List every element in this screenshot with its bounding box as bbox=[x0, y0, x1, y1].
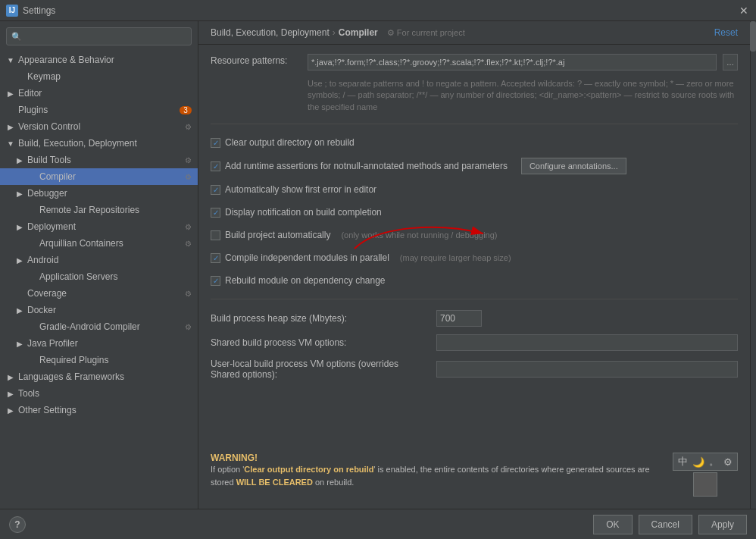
sidebar-item-app-servers[interactable]: Application Servers bbox=[0, 268, 198, 285]
sidebar-item-build-tools[interactable]: ▶ Build Tools ⚙ bbox=[0, 152, 198, 168]
settings-window: IJ Settings ✕ 🔍 ▼ Appearance & Behavior … bbox=[0, 0, 756, 539]
compile-parallel-checkbox[interactable] bbox=[211, 253, 220, 263]
settings-content: Resource patterns: … Use ; to separate p… bbox=[198, 45, 750, 509]
breadcrumb-project-label: ⚙ For current project bbox=[387, 28, 465, 38]
compile-parallel-label: Compile independent modules in parallel bbox=[225, 252, 389, 263]
show-first-error-checkbox[interactable] bbox=[211, 185, 220, 195]
sidebar-item-debugger[interactable]: ▶ Debugger bbox=[0, 185, 198, 202]
resource-patterns-input[interactable] bbox=[308, 54, 717, 71]
sidebar-item-tools[interactable]: ▶ Tools bbox=[0, 385, 198, 402]
expand-arrow-icon: ▶ bbox=[15, 189, 24, 198]
sidebar: 🔍 ▼ Appearance & Behavior Keymap ▶ Edito… bbox=[0, 21, 198, 509]
ime-settings-icon[interactable]: ⚙ bbox=[723, 456, 733, 468]
sidebar-item-label: Remote Jar Repositories bbox=[39, 205, 139, 215]
config-icon: ⚙ bbox=[185, 123, 192, 131]
configure-annotations-button[interactable]: Configure annotations... bbox=[521, 158, 626, 174]
sidebar-item-languages[interactable]: ▶ Languages & Frameworks bbox=[0, 368, 198, 385]
sidebar-item-label: Deployment bbox=[27, 221, 76, 232]
sidebar-item-label: Plugins bbox=[18, 105, 48, 115]
expand-arrow-icon: ▶ bbox=[6, 89, 15, 98]
ime-chinese-icon[interactable]: 中 bbox=[678, 455, 688, 468]
user-vm-input[interactable] bbox=[436, 361, 738, 378]
config-icon: ⚙ bbox=[185, 156, 192, 165]
sidebar-item-label: Editor bbox=[18, 88, 42, 99]
sidebar-item-label: Compiler bbox=[39, 171, 76, 182]
reset-button[interactable]: Reset bbox=[714, 27, 738, 38]
checkbox-compile-parallel: Compile independent modules in parallel … bbox=[211, 250, 738, 265]
warning-body: If option 'Clear output directory on reb… bbox=[211, 463, 661, 488]
config-icon: ⚙ bbox=[185, 173, 192, 181]
expand-arrow-icon: ▶ bbox=[15, 339, 24, 348]
help-button[interactable]: ? bbox=[9, 516, 26, 533]
sidebar-item-deployment[interactable]: ▶ Deployment ⚙ bbox=[0, 218, 198, 235]
separator bbox=[211, 124, 738, 124]
ok-button[interactable]: OK bbox=[593, 515, 632, 534]
cancel-button[interactable]: Cancel bbox=[639, 515, 692, 534]
sidebar-item-keymap[interactable]: Keymap bbox=[0, 68, 198, 85]
sidebar-item-label: Languages & Frameworks bbox=[18, 371, 124, 382]
breadcrumb-path: Build, Execution, Deployment bbox=[211, 27, 330, 38]
display-notification-checkbox[interactable] bbox=[211, 208, 220, 218]
heap-size-row: Build process heap size (Mbytes): bbox=[211, 310, 738, 327]
warning-box: WARNING! If option 'Clear output directo… bbox=[211, 447, 738, 500]
warning-title: WARNING! bbox=[211, 453, 661, 463]
sidebar-item-java-profiler[interactable]: ▶ Java Profiler bbox=[0, 335, 198, 352]
sidebar-item-label: Gradle-Android Compiler bbox=[39, 321, 140, 332]
ime-moon-icon[interactable]: 🌙 bbox=[692, 456, 704, 468]
user-vm-label: User-local build process VM options (ove… bbox=[211, 359, 430, 380]
runtime-assertions-checkbox[interactable] bbox=[211, 161, 220, 171]
sidebar-item-label: Tools bbox=[18, 388, 39, 399]
sidebar-item-label: Coverage bbox=[27, 288, 67, 299]
sidebar-item-build-exec[interactable]: ▼ Build, Execution, Deployment bbox=[0, 135, 198, 152]
apply-button[interactable]: Apply bbox=[698, 515, 747, 534]
warning-text: WARNING! If option 'Clear output directo… bbox=[211, 453, 661, 488]
expand-arrow-icon: ▶ bbox=[6, 372, 15, 381]
rebuild-module-checkbox[interactable] bbox=[211, 276, 220, 286]
sidebar-item-other-settings[interactable]: ▶ Other Settings bbox=[0, 402, 198, 418]
search-icon: 🔍 bbox=[11, 32, 22, 42]
sidebar-item-version-control[interactable]: ▶ Version Control ⚙ bbox=[0, 118, 198, 135]
breadcrumb-separator: › bbox=[333, 27, 336, 38]
expand-arrow-icon: ▶ bbox=[15, 222, 24, 231]
checkbox-runtime-assertions: Add runtime assertions for notnull-annot… bbox=[211, 158, 738, 174]
sidebar-item-android[interactable]: ▶ Android bbox=[0, 252, 198, 268]
window-title: Settings bbox=[23, 5, 738, 16]
breadcrumb-bar: Build, Execution, Deployment › Compiler … bbox=[198, 21, 750, 45]
compile-parallel-note: (may require larger heap size) bbox=[400, 253, 511, 262]
sidebar-item-plugins[interactable]: Plugins 3 bbox=[0, 102, 198, 118]
sidebar-item-label: Keymap bbox=[27, 71, 61, 82]
sidebar-item-coverage[interactable]: Coverage ⚙ bbox=[0, 285, 198, 302]
expand-arrow-icon: ▶ bbox=[15, 255, 24, 265]
expand-arrow-icon: ▶ bbox=[15, 155, 24, 165]
shared-vm-input[interactable] bbox=[436, 334, 738, 351]
sidebar-item-appearance[interactable]: ▼ Appearance & Behavior bbox=[0, 52, 198, 68]
sidebar-item-compiler[interactable]: Compiler ⚙ bbox=[0, 168, 198, 185]
expand-arrow-icon: ▶ bbox=[6, 122, 15, 131]
ime-punctuation-icon[interactable]: 。 bbox=[709, 455, 719, 468]
sidebar-item-remote-jar[interactable]: Remote Jar Repositories bbox=[0, 202, 198, 218]
scrollbar-thumb[interactable] bbox=[750, 21, 756, 52]
sidebar-item-arquillian[interactable]: Arquillian Containers ⚙ bbox=[0, 235, 198, 252]
close-button[interactable]: ✕ bbox=[738, 5, 750, 17]
ime-logo-icon bbox=[693, 472, 717, 497]
sidebar-item-label: Build Tools bbox=[27, 155, 71, 165]
search-box[interactable]: 🔍 bbox=[6, 27, 192, 45]
spacer-icon bbox=[27, 322, 36, 331]
plugins-badge: 3 bbox=[180, 106, 192, 114]
resource-patterns-expand-button[interactable]: … bbox=[723, 54, 738, 71]
main-scrollbar[interactable] bbox=[750, 21, 756, 509]
sidebar-item-required-plugins[interactable]: Required Plugins bbox=[0, 352, 198, 368]
build-auto-checkbox[interactable] bbox=[211, 230, 220, 240]
sidebar-item-editor[interactable]: ▶ Editor bbox=[0, 85, 198, 102]
build-auto-label: Build project automatically bbox=[225, 230, 330, 240]
spacer bbox=[211, 387, 738, 439]
sidebar-item-gradle-android[interactable]: Gradle-Android Compiler ⚙ bbox=[0, 318, 198, 335]
clear-output-checkbox[interactable] bbox=[211, 138, 220, 148]
sidebar-item-docker[interactable]: ▶ Docker bbox=[0, 302, 198, 318]
heap-size-input[interactable] bbox=[436, 310, 482, 327]
sidebar-item-label: Other Settings bbox=[18, 405, 77, 415]
checkbox-display-notification: Display notification on build completion bbox=[211, 205, 738, 220]
spacer-icon bbox=[15, 72, 24, 81]
checkbox-build-auto: Build project automatically (only works … bbox=[211, 227, 738, 243]
sidebar-item-label: Application Servers bbox=[39, 271, 117, 282]
